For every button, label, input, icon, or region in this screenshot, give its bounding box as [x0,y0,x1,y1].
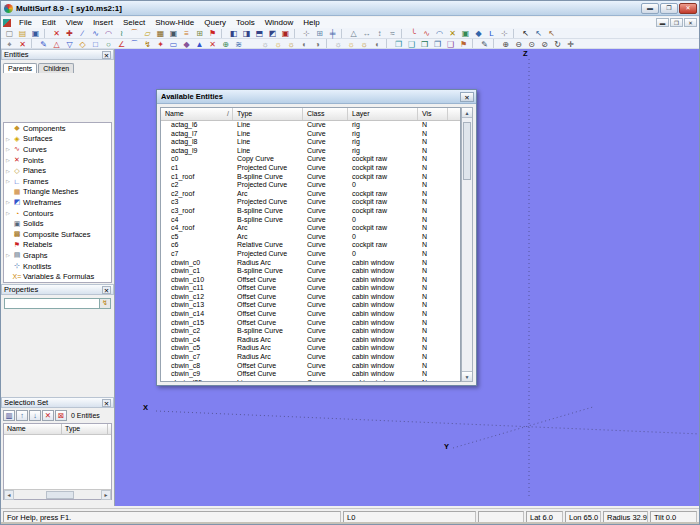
table-row[interactable]: cbwin_c8Offset CurveCurvecabin windowN [161,362,460,371]
table-row[interactable]: cbwin_c15Offset CurveCurvecabin windowN [161,319,460,328]
mdi-restore-icon[interactable]: ❐ [670,18,683,27]
delete-entity-icon[interactable]: ✕ [50,28,63,38]
view-side-icon[interactable]: ◨ [240,28,253,38]
select-remove-icon[interactable]: ↖ [545,28,558,38]
magnet-icon[interactable]: ◆ [472,28,485,38]
table-row[interactable]: cbwin_c1B-spline CurveCurvecabin windowN [161,267,460,276]
snap-icon[interactable]: ⊞ [313,28,326,38]
show-entity-icon[interactable]: ☼ [272,39,285,49]
menu-tools[interactable]: Tools [231,17,260,28]
expand-arrow-icon[interactable]: ▷ [4,199,12,205]
draw-point-icon[interactable]: ✎ [37,39,50,49]
bspline-curve-icon[interactable]: ∿ [89,28,102,38]
arc-icon[interactable]: ◠ [102,28,115,38]
table-row[interactable]: actag_l8LineCurverigN [161,138,460,147]
table-row[interactable]: cbwin_c10Offset CurveCurvecabin windowN [161,276,460,285]
column-header-type[interactable]: Type [233,108,303,120]
expand-arrow-icon[interactable]: ▷ [4,178,12,184]
tree-item-wireframes[interactable]: ▷◩Wireframes [4,197,111,208]
projected-curve-icon[interactable]: ⌒ [128,28,141,38]
move-down-icon[interactable]: ↓ [29,410,41,421]
selection-column-type[interactable]: Type [62,424,108,434]
menu-query[interactable]: Query [199,17,231,28]
properties-picker-icon[interactable]: ↯ [99,299,110,308]
table-row[interactable]: cbwin_c7Radius ArcCurvecabin windowN [161,353,460,362]
menu-select[interactable]: Select [118,17,150,28]
hide-entity-icon[interactable]: ☼ [259,39,272,49]
tab-children[interactable]: Children [38,63,74,73]
table-row[interactable]: c2Projected CurveCurve0N [161,181,460,190]
visibility-toggle-icon[interactable]: ◐ [298,39,311,49]
table-row[interactable]: cbwin_l25LineCurvecabin windowN [161,379,460,382]
view-perspective-icon[interactable]: ▣ [279,28,292,38]
draw-diamond-icon[interactable]: ◇ [76,39,89,49]
menu-edit[interactable]: Edit [37,17,61,28]
table-row[interactable]: c0Copy CurveCurvecockpit rawN [161,155,460,164]
expand-arrow-icon[interactable]: ▷ [4,168,12,174]
tree-item-contours[interactable]: ▷◔Contours [4,208,111,219]
properties-entity-combo[interactable]: ↯ [4,298,111,309]
list-view-icon[interactable]: ▥ [3,410,15,421]
table-row[interactable]: cbwin_c13Offset CurveCurvecabin windowN [161,301,460,310]
table-row[interactable]: cbwin_c4Radius ArcCurvecabin windowN [161,336,460,345]
insert-curve-icon[interactable]: ∿ [420,28,433,38]
scroll-thumb[interactable] [46,491,74,499]
draw-square-icon[interactable]: □ [89,39,102,49]
tree-item-planes[interactable]: ▷◇Planes [4,165,111,176]
expand-arrow-icon[interactable]: ▷ [4,210,12,216]
copy-curve-icon[interactable]: ≀ [115,28,128,38]
selection-set-close-icon[interactable]: ✕ [102,399,111,407]
table-row[interactable]: c1Projected CurveCurvecockpit rawN [161,164,460,173]
relabel-icon[interactable]: ⚑ [206,28,219,38]
tree-item-text-labels[interactable]: AText Labels [4,282,111,283]
column-header-class[interactable]: Class [303,108,348,120]
tree-item-curves[interactable]: ▷∿Curves [4,144,111,155]
draw-angle-icon[interactable]: ∠ [115,39,128,49]
save-file-icon[interactable]: ▣ [29,28,42,38]
clear-selection-icon[interactable]: ⊠ [55,410,67,421]
fair-curve-icon[interactable]: ≈ [386,28,399,38]
table-row[interactable]: c7Projected CurveCurve0N [161,250,460,259]
mdi-close-icon[interactable]: ✕ [684,18,697,27]
draw-circle-icon[interactable]: ○ [102,39,115,49]
expand-arrow-icon[interactable]: ▷ [4,146,12,152]
select-add-icon[interactable]: ↖ [532,28,545,38]
grid-icon[interactable]: ⊹ [300,28,313,38]
solid-icon[interactable]: ▣ [167,28,180,38]
visibility-invert-icon[interactable]: ◑ [311,39,324,49]
move-up-icon[interactable]: ↑ [16,410,28,421]
zoom-window-icon[interactable]: ⊙ [525,39,538,49]
menu-insert[interactable]: Insert [88,17,118,28]
restore-button-icon[interactable]: ❐ [660,3,678,14]
scroll-thumb[interactable] [463,122,471,180]
zoom-fit-icon[interactable]: ⊘ [538,39,551,49]
layer-toggle-icon[interactable]: ◐ [371,39,384,49]
align-icon[interactable]: ╪ [326,28,339,38]
draw-rect-icon[interactable]: ▭ [167,39,180,49]
tab-parents[interactable]: Parents [3,63,37,73]
stretch-v-icon[interactable]: ↕ [373,28,386,38]
tree-item-points[interactable]: ▷✕Points [4,155,111,166]
table-row[interactable]: c1_roofB-spline CurveCurvecockpit rawN [161,173,460,182]
tree-item-components[interactable]: ◆Components [4,123,111,134]
draw-star-icon[interactable]: ✦ [154,39,167,49]
break-icon[interactable]: ✕ [446,28,459,38]
flag-icon[interactable]: ⚑ [457,39,470,49]
menu-window[interactable]: Window [260,17,298,28]
minimize-button-icon[interactable]: ▬ [641,3,659,14]
paste-icon[interactable]: ❐ [431,39,444,49]
table-row[interactable]: actag_l6LineCurverigN [161,121,460,130]
table-row[interactable]: c4_roofArcCurvecockpit rawN [161,224,460,233]
table-row[interactable]: cbwin_c14Offset CurveCurvecabin windowN [161,310,460,319]
column-header-name[interactable]: Name/ [161,108,233,120]
properties-close-icon[interactable]: ✕ [102,286,111,294]
contour-icon[interactable]: ≡ [180,28,193,38]
table-row[interactable]: actag_l7LineCurverigN [161,130,460,139]
composite-surface-icon[interactable]: ▦ [154,28,167,38]
menu-show-hide[interactable]: Show-Hide [150,17,199,28]
show-all-icon[interactable]: ☼ [285,39,298,49]
mirror-icon[interactable]: ❒ [418,39,431,49]
erase-icon[interactable]: ✕ [16,39,29,49]
table-row[interactable]: c5ArcCurve0N [161,233,460,242]
column-header-layer[interactable]: Layer [348,108,418,120]
